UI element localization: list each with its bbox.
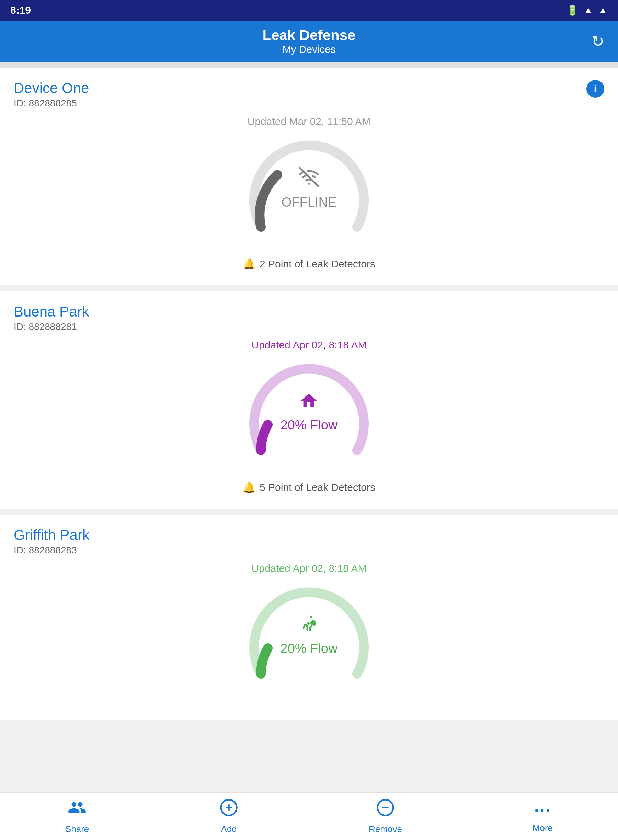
app-title: Leak Defense — [263, 27, 356, 44]
griffith-park-run-icon — [299, 614, 319, 638]
nav-add[interactable]: Add — [219, 798, 238, 834]
buena-park-header: Buena Park ID: 882888281 — [14, 303, 604, 332]
device-card-griffith-park: Griffith Park ID: 882888283 Updated Apr … — [0, 515, 618, 720]
refresh-button[interactable]: ↻ — [591, 33, 604, 50]
griffith-park-gauge-center: 20% Flow — [281, 614, 338, 656]
griffith-park-name-block: Griffith Park ID: 882888283 — [14, 527, 90, 556]
griffith-park-name: Griffith Park — [14, 527, 90, 543]
device-one-gauge: OFFLINE — [240, 138, 378, 248]
buena-park-home-icon — [299, 391, 319, 414]
nav-remove[interactable]: Remove — [369, 798, 402, 834]
svg-point-2 — [310, 616, 312, 618]
add-icon — [219, 798, 238, 821]
status-time: 8:19 — [10, 4, 31, 16]
device-one-info-button[interactable]: i — [587, 80, 604, 98]
header-divider — [0, 62, 618, 68]
device-one-detector-count: 🔔 2 Point of Leak Detectors — [14, 258, 604, 270]
griffith-park-id: ID: 882888283 — [14, 545, 90, 556]
device-card-buena-park: Buena Park ID: 882888281 Updated Apr 02,… — [0, 291, 618, 509]
buena-park-detector-count: 🔔 5 Point of Leak Detectors — [14, 481, 604, 493]
wifi-icon: ▲ — [598, 5, 608, 16]
device-one-offline-icon — [299, 166, 319, 191]
buena-park-gauge-center: 20% Flow — [281, 391, 338, 433]
nav-share[interactable]: Share — [65, 798, 89, 834]
griffith-park-gauge: 20% Flow — [240, 585, 378, 695]
device-one-name: Device One — [14, 80, 89, 96]
remove-icon — [376, 798, 395, 821]
device-card-device-one: Device One ID: 882888285 i Updated Mar 0… — [0, 68, 618, 285]
share-label: Share — [65, 824, 89, 834]
status-icons: 🔋 ▲ ▲ — [566, 5, 608, 16]
griffith-park-status-label: 20% Flow — [281, 641, 338, 656]
device-one-id: ID: 882888285 — [14, 98, 89, 109]
buena-park-gauge: 20% Flow — [240, 361, 378, 471]
more-label: More — [532, 823, 553, 834]
remove-label: Remove — [369, 824, 402, 834]
app-header: Leak Defense My Devices ↻ — [0, 21, 618, 62]
status-bar: 8:19 🔋 ▲ ▲ — [0, 0, 618, 21]
buena-park-id: ID: 882888281 — [14, 321, 89, 332]
nav-more[interactable]: ··· More — [532, 800, 553, 834]
device-one-status-label: OFFLINE — [282, 195, 336, 210]
bottom-spacer — [0, 726, 618, 781]
header-title-block: Leak Defense My Devices — [263, 27, 356, 55]
detector-icon-1: 🔔 — [243, 258, 256, 270]
add-label: Add — [221, 824, 237, 834]
app-subtitle: My Devices — [263, 44, 356, 55]
content-area: Device One ID: 882888285 i Updated Mar 0… — [0, 68, 618, 792]
signal-icon: ▲ — [584, 5, 593, 16]
griffith-park-updated: Updated Apr 02, 8:18 AM — [14, 562, 604, 574]
buena-park-updated: Updated Apr 02, 8:18 AM — [14, 339, 604, 351]
device-one-updated: Updated Mar 02, 11:50 AM — [14, 116, 604, 128]
share-icon — [68, 798, 86, 821]
device-one-gauge-center: OFFLINE — [282, 166, 336, 210]
griffith-park-header: Griffith Park ID: 882888283 — [14, 527, 604, 556]
device-one-header: Device One ID: 882888285 i — [14, 80, 604, 109]
battery-icon: 🔋 — [566, 5, 578, 16]
more-icon: ··· — [534, 800, 551, 820]
detector-icon-2: 🔔 — [243, 481, 256, 493]
bottom-nav: Share Add Remove ··· More — [0, 792, 618, 840]
device-one-name-block: Device One ID: 882888285 — [14, 80, 89, 109]
buena-park-status-label: 20% Flow — [281, 418, 338, 433]
buena-park-name-block: Buena Park ID: 882888281 — [14, 303, 89, 332]
buena-park-name: Buena Park — [14, 303, 89, 320]
